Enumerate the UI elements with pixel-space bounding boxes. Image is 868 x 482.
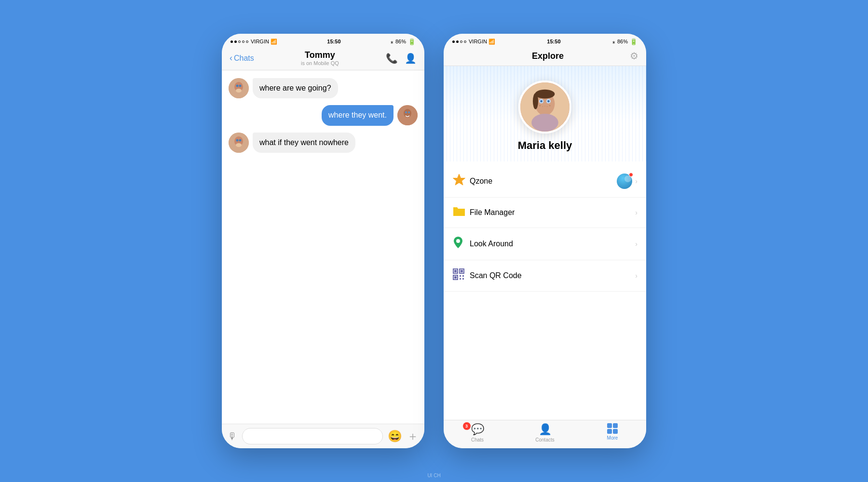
svg-point-23 (549, 105, 551, 107)
qzone-chevron-icon: › (635, 177, 637, 185)
e-signal-dot-1 (452, 40, 455, 43)
profile-name: Maria kelly (518, 139, 572, 152)
qzone-notification-badge (629, 173, 633, 177)
avatar-received-1 (229, 78, 249, 98)
sq-4 (613, 429, 618, 434)
chats-tab-label: Chats (471, 437, 484, 442)
folder-icon (452, 205, 470, 220)
e-bluetooth-icon: ⁎ (612, 39, 615, 45)
svg-rect-37 (460, 275, 461, 277)
filemanager-chevron-icon: › (635, 209, 637, 216)
avatar-face-svg-3 (229, 133, 249, 153)
svg-rect-40 (462, 278, 464, 280)
chevron-left-icon: ‹ (230, 53, 232, 63)
signal-dot-5 (246, 40, 248, 43)
carrier-label: VIRGIN (251, 39, 269, 44)
svg-point-11 (236, 139, 239, 141)
watermark: UI CH (427, 473, 440, 478)
signal-dot-3 (238, 40, 241, 43)
explore-tab-bar: 💬 3 Chats 👤 Contacts More (444, 420, 646, 448)
back-label[interactable]: Chats (234, 54, 254, 63)
svg-rect-38 (462, 275, 464, 277)
chat-body: where are we going? where they went. (222, 70, 424, 424)
nav-actions: 📞 👤 (386, 53, 417, 64)
svg-rect-39 (460, 278, 461, 280)
contact-name: Tommy (301, 50, 339, 60)
status-bar-explore: VIRGIN 📶 15:50 ⁎ 86% 🔋 (444, 34, 646, 47)
svg-point-2 (236, 85, 239, 87)
filemanager-right: › (635, 209, 637, 216)
contacts-tab-icon: 👤 (539, 423, 552, 436)
chats-badge: 3 (463, 422, 471, 430)
menu-item-scanqr[interactable]: Scan QR Code › (444, 260, 646, 292)
svg-point-22 (547, 106, 548, 107)
scanqr-right: › (635, 272, 637, 280)
lookaround-label: Look Around (470, 240, 635, 248)
settings-icon[interactable]: ⚙ (630, 50, 638, 62)
lookaround-right: › (635, 240, 637, 248)
wifi-icon: 📶 (271, 39, 277, 45)
svg-rect-36 (454, 276, 457, 279)
e-signal-dot-4 (464, 40, 466, 43)
qzone-label: Qzone (470, 177, 617, 186)
e-carrier-label: VIRGIN (469, 39, 487, 44)
profile-avatar-svg (520, 80, 570, 134)
time-label: 15:50 (327, 39, 340, 44)
menu-item-lookaround[interactable]: Look Around › (444, 228, 646, 260)
scanqr-label: Scan QR Code (470, 271, 635, 280)
svg-point-19 (547, 100, 550, 103)
voice-icon[interactable]: 🎙 (228, 431, 237, 442)
e-wifi-icon: 📶 (488, 39, 495, 45)
tab-more[interactable]: More (579, 423, 646, 442)
sq-2 (613, 423, 618, 428)
svg-marker-29 (453, 174, 465, 185)
more-tab-label: More (607, 435, 618, 441)
chats-tab-icon-wrap: 💬 3 (471, 423, 484, 436)
avatar-received-2 (229, 133, 249, 153)
avatar-sent (397, 105, 418, 125)
chat-input-bar: 🎙 😄 ＋ (222, 424, 424, 448)
add-icon[interactable]: ＋ (407, 428, 419, 444)
svg-point-13 (236, 143, 242, 147)
tab-chats[interactable]: 💬 3 Chats (444, 423, 511, 442)
message-row-3: what if they went nowhere (229, 133, 418, 153)
scanqr-chevron-icon: › (635, 272, 637, 280)
svg-rect-32 (454, 270, 457, 272)
e-signal-dot-3 (460, 40, 462, 43)
svg-point-18 (540, 100, 542, 103)
message-text-3: what if they went nowhere (259, 138, 349, 147)
status-bar-chat: VIRGIN 📶 15:50 ⁎ 86% 🔋 (222, 34, 424, 47)
battery-icon: 🔋 (408, 38, 416, 45)
explore-body: Maria kelly Qzone › (444, 66, 646, 420)
qr-code-icon (452, 268, 470, 283)
status-left: VIRGIN 📶 (231, 39, 277, 45)
emoji-icon[interactable]: 😄 (388, 429, 402, 443)
bluetooth-icon: ⁎ (391, 39, 393, 45)
profile-icon[interactable]: 👤 (405, 53, 417, 64)
message-text-1: where are we going? (259, 84, 331, 92)
message-input[interactable] (242, 428, 383, 444)
svg-point-28 (533, 93, 538, 109)
star-icon (452, 173, 466, 187)
filemanager-label: File Manager (470, 208, 635, 217)
svg-point-12 (239, 139, 242, 141)
phone-icon[interactable]: 📞 (386, 53, 398, 64)
contact-status: is on Mobile QQ (301, 60, 339, 66)
e-battery-icon: 🔋 (630, 38, 637, 45)
explore-status-left: VIRGIN 📶 (452, 39, 495, 45)
signal-dot-1 (231, 40, 233, 43)
svg-point-3 (239, 85, 242, 87)
back-button[interactable]: ‹ Chats (230, 53, 254, 63)
chats-tab-icon: 💬 (471, 423, 484, 435)
e-signal-dot-2 (456, 40, 459, 43)
location-pin-icon (452, 236, 470, 252)
message-bubble-2: where they went. (322, 105, 393, 125)
svg-point-7 (405, 111, 407, 113)
svg-point-4 (236, 89, 242, 93)
menu-item-qzone[interactable]: Qzone › (444, 165, 646, 198)
battery-label: 86% (395, 39, 406, 44)
chat-phone: VIRGIN 📶 15:50 ⁎ 86% 🔋 ‹ Chats Tommy is … (222, 34, 424, 448)
menu-item-filemanager[interactable]: File Manager › (444, 198, 646, 228)
e-time-label: 15:50 (547, 39, 560, 44)
tab-contacts[interactable]: 👤 Contacts (511, 423, 579, 442)
